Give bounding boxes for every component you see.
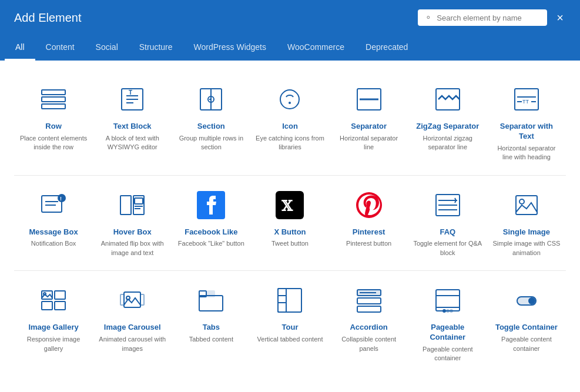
accordion-name: Accordion xyxy=(350,323,387,333)
element-tabs[interactable]: Tabs Tabbed content xyxy=(172,273,250,374)
tab-wordpress[interactable]: WordPress Widgets xyxy=(183,35,277,61)
pageable-desc: Pageable content container xyxy=(413,345,482,363)
faq-desc: Toggle element for Q&A block xyxy=(413,239,482,257)
element-x-button[interactable]: 𝕏 X Button Tweet button xyxy=(250,178,329,269)
element-accordion[interactable]: Accordion Collapsible content panels xyxy=(330,273,408,374)
element-tour[interactable]: Tour Vertical tabbed content xyxy=(250,273,329,374)
image-gallery-name: Image Gallery xyxy=(28,323,78,333)
accordion-desc: Collapsible content panels xyxy=(334,335,404,353)
svg-rect-54 xyxy=(278,289,301,312)
hover-box-desc: Animated flip box with image and text xyxy=(98,239,167,257)
tab-content[interactable]: Content xyxy=(35,35,85,61)
element-facebook[interactable]: Facebook Like Facebook "Like" button xyxy=(172,178,250,269)
tab-woocommerce[interactable]: WooCommerce xyxy=(277,35,355,61)
separator-text-icon: TT xyxy=(510,83,543,116)
toggle-name: Toggle Container xyxy=(495,323,558,333)
search-box[interactable]: ⚬ xyxy=(418,9,547,26)
svg-text:𝕏: 𝕏 xyxy=(281,199,293,214)
tab-social[interactable]: Social xyxy=(85,35,129,61)
search-icon: ⚬ xyxy=(425,13,432,22)
svg-point-71 xyxy=(528,297,535,304)
svg-point-13 xyxy=(289,102,291,104)
row-divider-2 xyxy=(14,270,566,271)
icon-icon xyxy=(273,83,306,116)
elements-grid: Row Place content elements inside the ro… xyxy=(14,72,566,374)
element-message-box[interactable]: ! Message Box Notification Box xyxy=(14,178,93,269)
single-image-icon xyxy=(510,189,543,222)
svg-rect-0 xyxy=(42,90,65,95)
faq-name: FAQ xyxy=(440,227,455,237)
element-faq[interactable]: FAQ Toggle element for Q&A block xyxy=(408,178,487,269)
faq-icon xyxy=(431,189,464,222)
x-button-icon: 𝕏 xyxy=(273,189,306,222)
x-button-desc: Tweet button xyxy=(271,239,309,248)
svg-text:TT: TT xyxy=(522,99,529,105)
svg-rect-55 xyxy=(278,289,286,312)
separator-desc: Horizontal separator line xyxy=(334,134,404,152)
svg-rect-29 xyxy=(135,198,143,204)
row-divider-1 xyxy=(14,175,566,176)
separator-icon xyxy=(353,83,385,116)
section-desc: Group multiple rows in section xyxy=(176,134,246,152)
element-separator-text[interactable]: TT Separator with Text Horizontal separa… xyxy=(487,72,566,173)
hover-box-name: Hover Box xyxy=(113,227,152,237)
svg-point-68 xyxy=(450,310,452,312)
svg-point-41 xyxy=(519,199,524,204)
svg-rect-60 xyxy=(357,298,381,304)
zigzag-name: ZigZag Separator xyxy=(416,122,479,132)
element-single-image[interactable]: Single Image Simple image with CSS anima… xyxy=(487,178,566,269)
facebook-desc: Facebook "Like" button xyxy=(178,239,244,248)
element-image-gallery[interactable]: Image Gallery Responsive image gallery xyxy=(14,273,93,374)
tab-structure[interactable]: Structure xyxy=(129,35,183,61)
message-box-desc: Notification Box xyxy=(31,239,76,248)
svg-point-25 xyxy=(58,194,66,202)
image-gallery-desc: Responsive image gallery xyxy=(19,335,88,353)
pageable-icon xyxy=(431,284,464,317)
element-zigzag[interactable]: ZigZag Separator Horizontal zigzag separ… xyxy=(408,72,487,173)
modal-title: Add Element xyxy=(14,11,82,25)
add-element-modal: Add Element ⚬ × All Content Social Struc… xyxy=(0,0,580,392)
element-pinterest[interactable]: Pinterest Pinterest button xyxy=(330,178,408,269)
tab-all[interactable]: All xyxy=(5,35,35,61)
content-area: Row Place content elements inside the ro… xyxy=(0,61,580,392)
zigzag-desc: Horizontal zigzag separator line xyxy=(413,134,482,152)
pageable-name: Pageable Container xyxy=(413,323,482,343)
tab-deprecated[interactable]: Deprecated xyxy=(355,35,418,61)
svg-point-67 xyxy=(447,310,449,312)
svg-rect-53 xyxy=(207,291,214,297)
pinterest-icon xyxy=(353,189,385,222)
image-carousel-desc: Animated carousel with images xyxy=(98,335,167,353)
tour-desc: Vertical tabbed content xyxy=(257,335,323,344)
svg-rect-51 xyxy=(199,296,223,311)
element-image-carousel[interactable]: Image Carousel Animated carousel with im… xyxy=(93,273,172,374)
svg-rect-16 xyxy=(436,89,460,110)
search-input[interactable] xyxy=(437,14,540,22)
element-text-block[interactable]: T Text Block A block of text with WYSIWY… xyxy=(93,72,172,173)
text-block-icon: T xyxy=(116,83,149,116)
separator-text-desc: Horizontal separator line with heading xyxy=(492,144,561,162)
image-gallery-icon xyxy=(37,284,70,317)
tour-name: Tour xyxy=(282,323,299,333)
tabs-icon xyxy=(195,284,227,317)
element-row[interactable]: Row Place content elements inside the ro… xyxy=(14,72,93,173)
modal-header: Add Element ⚬ × xyxy=(0,0,580,35)
close-button[interactable]: × xyxy=(554,9,566,26)
svg-text:T: T xyxy=(129,89,132,96)
element-separator[interactable]: Separator Horizontal separator line xyxy=(330,72,408,173)
image-carousel-name: Image Carousel xyxy=(104,323,161,333)
section-name: Section xyxy=(197,122,225,132)
element-hover-box[interactable]: Hover Box Animated flip box with image a… xyxy=(93,178,172,269)
facebook-icon xyxy=(195,189,227,222)
row-name: Row xyxy=(45,122,61,132)
hover-box-icon xyxy=(116,189,149,222)
svg-rect-44 xyxy=(42,301,52,310)
text-block-name: Text Block xyxy=(113,122,152,132)
element-section[interactable]: Section Group multiple rows in section xyxy=(172,72,250,173)
svg-rect-61 xyxy=(357,306,381,312)
svg-text:!: ! xyxy=(60,196,62,202)
element-pageable[interactable]: Pageable Container Pageable content cont… xyxy=(408,273,487,374)
svg-point-66 xyxy=(443,310,445,312)
element-icon[interactable]: Icon Eye catching icons from libraries xyxy=(250,72,329,173)
row-desc: Place content elements inside the row xyxy=(19,134,88,152)
element-toggle[interactable]: Toggle Container Pageable content contai… xyxy=(487,273,566,374)
